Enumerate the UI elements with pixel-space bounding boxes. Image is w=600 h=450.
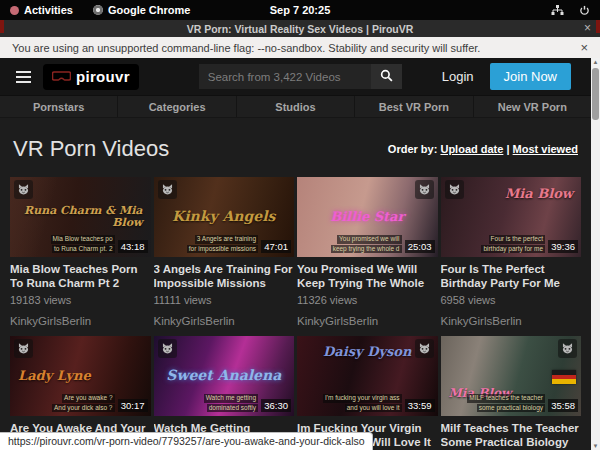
nav-item-categories[interactable]: Categories [118, 96, 236, 117]
thumbnail-captions: Mia Blow teaches poto Runa Charm pt. 2 [51, 235, 115, 253]
wallpaper-corner [596, 20, 600, 33]
network-icon[interactable] [551, 5, 564, 16]
video-title-link[interactable]: Mia Blow Teaches Porn To Runa Charm Pt 2 [10, 263, 151, 290]
thumbnail-captions: Are you awake ?And your dick also ? [52, 394, 115, 412]
video-thumbnail[interactable]: Daisy Dyson I'm fucking your virgin assa… [297, 336, 438, 416]
video-card: Runa Charm & Mia Blow Mia Blow teaches p… [10, 177, 151, 327]
thumbnail-captions: Four is the perfectbirthday party for me [481, 235, 545, 253]
video-card: Billie Star You promised we willkeep try… [297, 177, 438, 327]
duration-badge: 43:18 [118, 240, 148, 253]
site-logo-text: pirouvr [76, 68, 130, 85]
order-most-viewed-link[interactable]: Most viewed [513, 143, 578, 155]
scroll-down-icon[interactable]: ▼ [593, 442, 599, 450]
scrollbar-thumb[interactable] [592, 68, 599, 120]
video-card: Mia Blow MILF teaches the teachersome pr… [441, 336, 582, 450]
nav-item-pornstars[interactable]: Pornstars [0, 96, 118, 117]
view-count: 11326 views [297, 294, 438, 306]
page-content: VR Porn Videos Order by: Upload date | M… [0, 118, 591, 450]
site-logo[interactable]: pirouvr [43, 64, 139, 90]
duration-badge: 33:59 [405, 399, 435, 412]
clock[interactable]: Sep 7 20:25 [270, 4, 331, 16]
duration-badge: 35:58 [548, 399, 578, 412]
join-now-button[interactable]: Join Now [490, 63, 571, 90]
studio-link[interactable]: KinkyGirlsBerlin [10, 315, 151, 327]
video-title-link[interactable]: You Promised We Will Keep Trying The Who… [297, 263, 438, 290]
video-card: Kinky Angels 3 Angels are trainingfor im… [154, 177, 295, 327]
chrome-app-icon [93, 5, 103, 15]
menu-hamburger-icon[interactable] [16, 71, 31, 83]
scrollbar[interactable]: ▲ ▼ [591, 58, 600, 450]
view-count: 11111 views [154, 294, 295, 306]
app-menu-google-chrome[interactable]: Google Chrome [93, 4, 191, 16]
thumbnail-captions: Watch me gettingdominated softly [204, 394, 258, 412]
duration-badge: 25:03 [405, 240, 435, 253]
distro-dot-icon [10, 6, 19, 15]
duration-badge: 47:01 [261, 240, 291, 253]
studio-link[interactable]: KinkyGirlsBerlin [154, 315, 295, 327]
status-bar-url: https://pirouvr.com/vr-porn-video/779325… [0, 432, 373, 450]
video-thumbnail[interactable]: Lady Lyne Are you awake ?And your dick a… [10, 336, 151, 416]
video-thumbnail[interactable]: Mia Blow MILF teaches the teachersome pr… [441, 336, 582, 416]
view-count: 19183 views [10, 294, 151, 306]
login-link[interactable]: Login [442, 69, 474, 84]
duration-badge: 30:17 [118, 399, 148, 412]
search-input[interactable] [199, 64, 371, 89]
wallpaper-corner [0, 20, 4, 33]
os-top-bar: Activities Google Chrome Sep 7 20:25 [0, 0, 600, 20]
chrome-infobar: You are using an unsupported command-lin… [0, 37, 600, 58]
nav-item-studios[interactable]: Studios [237, 96, 355, 117]
order-by: Order by: Upload date | Most viewed [388, 143, 578, 155]
order-upload-date-link[interactable]: Upload date [440, 143, 503, 155]
browser-title-bar: VR Porn: Virtual Reality Sex Videos | Pi… [0, 20, 600, 37]
video-thumbnail[interactable]: Billie Star You promised we willkeep try… [297, 177, 438, 257]
activities-label: Activities [24, 4, 73, 16]
thumbnail-captions: I'm fucking your virgin assand you will … [323, 394, 402, 412]
infobar-message: You are using an unsupported command-lin… [12, 42, 480, 54]
duration-badge: 39:36 [548, 240, 578, 253]
site-header: pirouvr Login Join Now [0, 58, 591, 95]
main-nav: Pornstars Categories Studios Best VR Por… [0, 95, 591, 118]
video-thumbnail[interactable]: Sweet Analena Watch me gettingdominated … [154, 336, 295, 416]
video-thumbnail[interactable]: Runa Charm & Mia Blow Mia Blow teaches p… [10, 177, 151, 257]
window-close-icon[interactable]: × [584, 21, 591, 35]
app-menu-label: Google Chrome [108, 4, 191, 16]
thumbnail-captions: 3 Angels are trainingfor impossible miss… [187, 235, 258, 253]
video-card: Mia Blow Four is the perfectbirthday par… [441, 177, 582, 327]
infobar-close-icon[interactable]: × [580, 40, 588, 55]
search-button[interactable] [371, 64, 402, 89]
vr-goggles-icon [52, 68, 71, 86]
page-title: VR Porn Videos [13, 136, 169, 162]
order-separator: | [506, 143, 509, 155]
duration-badge: 36:30 [261, 399, 291, 412]
nav-item-best-vr-porn[interactable]: Best VR Porn [355, 96, 473, 117]
video-thumbnail[interactable]: Kinky Angels 3 Angels are trainingfor im… [154, 177, 295, 257]
video-thumbnail[interactable]: Mia Blow Four is the perfectbirthday par… [441, 177, 582, 257]
web-page: pirouvr Login Join Now Pornstars Categor… [0, 58, 591, 450]
thumbnail-captions: You promised we willkeep trying the whol… [331, 235, 402, 253]
thumbnail-captions: MILF teaches the teachersome practical b… [467, 394, 545, 412]
page-head: VR Porn Videos Order by: Upload date | M… [10, 118, 581, 177]
video-grid: Runa Charm & Mia Blow Mia Blow teaches p… [10, 177, 581, 450]
video-title-link[interactable]: Milf Teaches The Teacher Some Practical … [441, 422, 582, 449]
scroll-up-icon[interactable]: ▲ [593, 58, 599, 66]
activities-button[interactable]: Activities [10, 4, 73, 16]
video-title-link[interactable]: 3 Angels Are Training For Impossible Mis… [154, 263, 295, 290]
nav-item-new-vr-porn[interactable]: New VR Porn [474, 96, 591, 117]
power-icon[interactable] [579, 5, 590, 16]
search-bar [199, 64, 402, 89]
video-title-link[interactable]: Four Is The Perfect Birthday Party For M… [441, 263, 582, 290]
order-by-label: Order by: [388, 143, 438, 155]
search-icon [380, 69, 393, 85]
window-title: VR Porn: Virtual Reality Sex Videos | Pi… [187, 23, 414, 35]
studio-link[interactable]: KinkyGirlsBerlin [441, 315, 582, 327]
studio-link[interactable]: KinkyGirlsBerlin [297, 315, 438, 327]
view-count: 6958 views [441, 294, 582, 306]
